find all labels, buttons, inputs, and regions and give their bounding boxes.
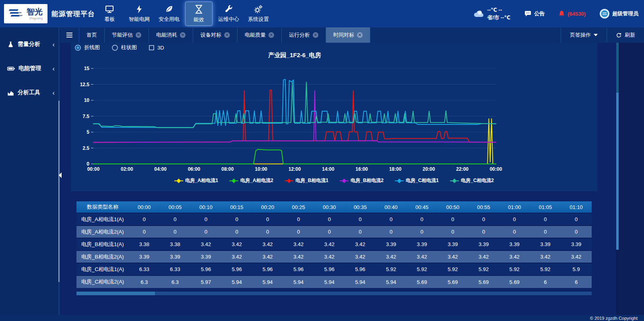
value-cell: 3.42	[376, 251, 407, 263]
sidebar: 需量分析‹电能管理‹分析工具‹	[0, 27, 60, 315]
vertical-scrollbar-segment	[616, 43, 619, 93]
value-cell: 5.69	[468, 275, 499, 288]
tab-label: 设备对标	[200, 31, 221, 39]
svg-text:08:00: 08:00	[221, 166, 234, 172]
sidebar-item-1[interactable]: 需量分析‹	[0, 32, 60, 56]
line-chart-radio[interactable]: 折线图	[75, 44, 100, 51]
svg-text:22:00: 22:00	[456, 166, 469, 172]
tab-operations-dropdown[interactable]: 页签操作	[561, 27, 607, 43]
value-cell: 5.92	[376, 263, 407, 275]
tab-label: 节能评估	[112, 31, 133, 39]
legend-label: 电房_A相电流2	[240, 177, 273, 184]
tab-close-icon[interactable]: ✕	[224, 32, 230, 38]
chart-panel: 折线图 柱状图 3D 产业园_1F2-6_电房 02.557.51012.515…	[71, 43, 597, 191]
svg-text:16:00: 16:00	[355, 166, 368, 172]
threed-checkbox[interactable]: 3D	[149, 45, 164, 51]
value-cell: 6.33	[129, 263, 160, 275]
alarm-button[interactable]: (64530)	[558, 10, 586, 17]
time-column-header: 00:10	[190, 201, 221, 213]
value-cell: 3.42	[468, 251, 499, 263]
chart-icon	[7, 90, 14, 96]
row-label: 电房_C相电流2(A)	[76, 275, 129, 288]
legend-item[interactable]: 电房_B相电流1	[285, 177, 328, 184]
legend-item[interactable]: 电房_A相电流2	[229, 177, 273, 184]
legend-item[interactable]: 电房_C相电流2	[450, 177, 494, 184]
svg-text:00:00: 00:00	[87, 166, 100, 172]
value-cell: 0	[190, 213, 221, 226]
hamburger-menu-icon[interactable]	[62, 27, 76, 43]
horizontal-scrollbar-thumb[interactable]	[76, 292, 155, 295]
main-nav: 看板智能电网安全用电能效运维中心系统设置	[96, 0, 272, 27]
value-cell: 3.42	[438, 251, 469, 263]
tab-label: 运行分析	[289, 31, 310, 39]
table-panel: 数据类型名称00:0000:0500:1000:1500:2000:2500:3…	[71, 201, 597, 299]
tab-4[interactable]: 设备对标✕	[193, 27, 237, 43]
tab-actions: 页签操作 刷新	[561, 27, 644, 43]
sidebar-collapse-handle[interactable]	[59, 172, 62, 178]
row-label: 电房_C相电流1(A)	[76, 263, 129, 275]
nav-item-4[interactable]: 能效	[185, 2, 213, 26]
svg-text:12:00: 12:00	[289, 166, 301, 172]
line-chart: 02.557.51012.51500:0002:0004:0006:0008:0…	[71, 43, 597, 191]
time-column-header: 00:45	[407, 201, 438, 213]
vertical-scrollbar[interactable]	[616, 43, 619, 315]
refresh-icon	[616, 32, 622, 38]
nav-item-1[interactable]: 看板	[96, 2, 123, 26]
bell-icon	[558, 10, 565, 17]
header-right: --℃ -- 省/市 --℃ 公告 (64530)	[473, 0, 638, 27]
time-column-header: 00:50	[438, 201, 469, 213]
logo: 智光 Zhiguang	[4, 4, 47, 23]
legend-item[interactable]: 电房_A相电流1	[174, 177, 218, 184]
nav-item-2[interactable]: 智能电网	[126, 2, 153, 26]
tab-7[interactable]: 时间对标✕	[326, 27, 370, 43]
tab-5[interactable]: 电能质量✕	[237, 27, 282, 43]
nav-item-5[interactable]: 运维中心	[215, 2, 242, 26]
time-column-header: 00:40	[376, 201, 407, 213]
tab-6[interactable]: 运行分析✕	[282, 27, 326, 43]
value-cell: 3.42	[283, 238, 314, 251]
time-column-header: 00:25	[283, 201, 314, 213]
value-cell: 3.39	[499, 238, 530, 251]
sidebar-item-3[interactable]: 分析工具‹	[0, 81, 60, 105]
svg-text:7.5: 7.5	[83, 114, 89, 119]
tab-2[interactable]: 节能评估✕	[105, 27, 149, 43]
legend-label: 电房_A相电流1	[185, 177, 218, 184]
time-column-header: 00:55	[468, 201, 499, 213]
sidebar-scrollbar[interactable]	[58, 101, 60, 282]
tab-close-icon[interactable]: ✕	[180, 32, 186, 38]
value-cell: 3.42	[561, 251, 592, 263]
battery-icon	[7, 66, 15, 72]
tab-label: 首页	[87, 31, 97, 39]
tab-close-icon[interactable]: ✕	[357, 32, 363, 38]
nav-item-3[interactable]: 安全用电	[155, 2, 183, 26]
refresh-button[interactable]: 刷新	[607, 27, 644, 43]
chevron-down-icon	[594, 34, 598, 36]
nav-item-6[interactable]: 系统设置	[245, 2, 272, 26]
tab-close-icon[interactable]: ✕	[313, 32, 318, 38]
value-cell: 0	[376, 226, 407, 238]
tab-3[interactable]: 电能消耗✕	[149, 27, 193, 43]
svg-text:5: 5	[87, 129, 89, 135]
time-column-header: 01:10	[561, 201, 592, 213]
sidebar-item-2[interactable]: 电能管理‹	[0, 56, 60, 81]
row-label: 电房_B相电流2(A)	[76, 251, 129, 263]
value-cell: 3.38	[160, 238, 191, 251]
nav-item-label: 运维中心	[218, 16, 239, 23]
tab-close-icon[interactable]: ✕	[136, 32, 141, 38]
value-cell: 5.96	[283, 263, 314, 275]
value-cell: 3.42	[345, 238, 376, 251]
value-cell: 5.96	[221, 263, 252, 275]
legend-item[interactable]: 电房_B相电流2	[340, 177, 384, 184]
value-cell: 3.42	[499, 251, 530, 263]
tab-close-icon[interactable]: ✕	[268, 32, 274, 38]
tab-1[interactable]: 首页	[79, 27, 105, 43]
bar-chart-radio[interactable]: 柱状图	[112, 44, 137, 51]
user-menu[interactable]: 超级管理员	[599, 8, 638, 19]
notice-button[interactable]: 公告	[524, 10, 545, 17]
legend-item[interactable]: 电房_C相电流1	[395, 177, 439, 184]
value-cell: 5.92	[499, 263, 530, 275]
value-cell: 5.94	[314, 275, 345, 288]
svg-text:10: 10	[84, 97, 90, 103]
table-horizontal-scrollbar[interactable]	[76, 292, 592, 295]
vertical-scrollbar-thumb[interactable]	[616, 93, 619, 250]
